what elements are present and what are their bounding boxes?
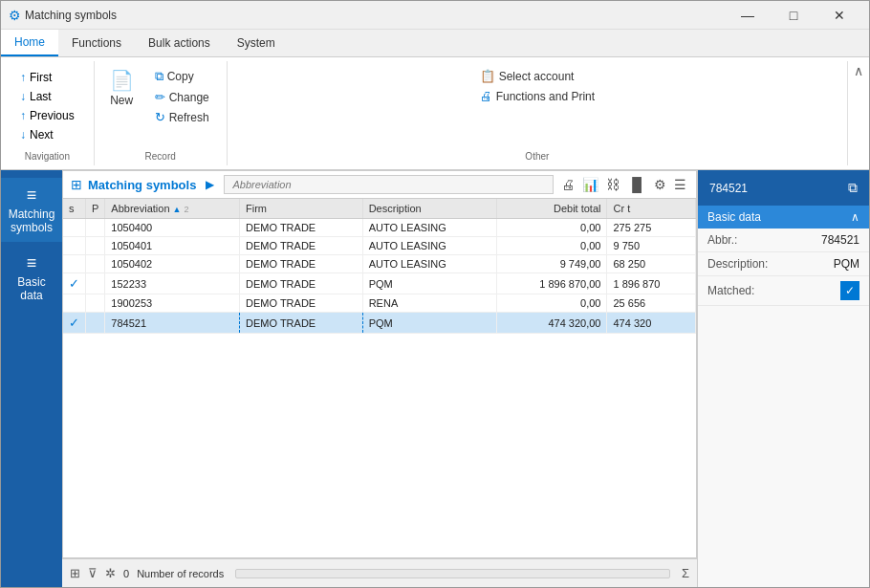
table-row-selected[interactable]: ✓ 784521 DEMO TRADE PQM 474 320,00 474 3… (63, 313, 696, 334)
col-header-abbreviation[interactable]: Abbreviation ▲ 2 (105, 199, 240, 219)
tab-bulk-actions[interactable]: Bulk actions (135, 30, 224, 56)
previous-button[interactable]: ↑ Previous (16, 107, 78, 124)
row-abbreviation: 1050400 (105, 219, 240, 237)
list-title-icon: ⊞ (71, 177, 82, 192)
new-label: New (110, 94, 133, 107)
row-description: AUTO LEASING (362, 237, 497, 255)
refresh-button[interactable]: ↻ Refresh (149, 108, 215, 126)
refresh-label: Refresh (169, 111, 209, 124)
row-cr: 1 896 870 (607, 273, 696, 294)
ribbon-group-other: 📋 Select account 🖨 Functions and Print O… (228, 61, 848, 165)
sum-icon[interactable]: Σ (682, 566, 689, 580)
records-label: Number of records (137, 568, 224, 579)
table-row[interactable]: 1050402 DEMO TRADE AUTO LEASING 9 749,00… (63, 255, 696, 273)
abbr-label: Abbr.: (707, 233, 737, 247)
chart-icon[interactable]: 📊 (580, 175, 600, 194)
print-icon[interactable]: 🖨 (559, 175, 576, 194)
row-firm: DEMO TRADE (240, 219, 363, 237)
table-row[interactable]: ✓ 152233 DEMO TRADE PQM 1 896 870,00 1 8… (63, 273, 696, 294)
description-label: Description: (707, 257, 768, 271)
row-abbreviation: 1050402 (105, 255, 240, 273)
right-panel-id: 784521 (709, 182, 748, 195)
menu-icon[interactable]: ☰ (672, 175, 688, 194)
row-check-s (63, 255, 86, 273)
sidebar: ≡ Matching symbols ≡ Basic data (1, 170, 62, 587)
table-row[interactable]: 1900253 DEMO TRADE RENA 0,00 25 656 (63, 294, 696, 313)
tab-functions[interactable]: Functions (58, 30, 135, 56)
col-header-debit[interactable]: Debit total (497, 199, 607, 219)
sidebar-matching-label: Matching symbols (5, 207, 58, 234)
table-row[interactable]: 1050401 DEMO TRADE AUTO LEASING 0,00 9 7… (63, 237, 696, 255)
right-panel-header: 784521 ⧉ (698, 170, 869, 206)
app-icon: ⚙ (9, 8, 21, 23)
functions-print-icon: 🖨 (480, 89, 492, 103)
copy-button[interactable]: ⧉ Copy (149, 67, 215, 86)
search-input[interactable] (224, 175, 554, 194)
record-actions: ⧉ Copy ✏ Change ↻ Refresh (145, 65, 219, 128)
filter-icon[interactable]: ⊽ (88, 566, 98, 580)
select-account-button[interactable]: 📋 Select account (474, 67, 600, 85)
col-header-firm[interactable]: Firm (240, 199, 363, 219)
row-debit: 474 320,00 (497, 313, 607, 334)
col-header-s[interactable]: s (63, 199, 86, 219)
next-button[interactable]: ↓ Next (16, 126, 78, 143)
change-icon: ✏ (155, 90, 165, 104)
row-abbreviation: 152233 (105, 273, 240, 294)
functions-print-label: Functions and Print (496, 90, 595, 103)
table-row[interactable]: 1050400 DEMO TRADE AUTO LEASING 0,00 275… (63, 219, 696, 237)
last-button[interactable]: ↓ Last (16, 88, 78, 105)
copy-icon: ⧉ (155, 69, 163, 84)
data-table-container: s P Abbreviation ▲ 2 Firm Description De… (62, 198, 697, 558)
select-account-label: Select account (499, 70, 575, 83)
tab-system[interactable]: System (224, 30, 289, 56)
ribbon-collapse-button[interactable]: ∧ (848, 61, 869, 80)
external-link-icon[interactable]: ⧉ (848, 180, 858, 196)
change-button[interactable]: ✏ Change (149, 88, 215, 106)
row-firm: DEMO TRADE (240, 294, 363, 313)
row-check-s (63, 219, 86, 237)
ribbon-tabs: Home Functions Bulk actions System (1, 30, 869, 57)
col-header-cr[interactable]: Cr t (607, 199, 696, 219)
collapse-basic-icon[interactable]: ∧ (851, 210, 859, 224)
horizontal-scrollbar[interactable] (235, 569, 670, 578)
ribbon-group-record: 📄 New ⧉ Copy ✏ Change ↻ (95, 61, 228, 165)
settings-icon[interactable]: ⚙ (652, 175, 668, 194)
row-firm: DEMO TRADE (240, 313, 363, 334)
tools-icon[interactable]: ✲ (105, 566, 116, 580)
sidebar-item-matching-symbols[interactable]: ≡ Matching symbols (1, 178, 62, 242)
list-toolbar-icons: 🖨 📊 ⛓ ▐▌ ⚙ ☰ (559, 175, 688, 194)
close-button[interactable]: ✕ (817, 1, 861, 30)
tab-home[interactable]: Home (1, 30, 58, 56)
row-description: AUTO LEASING (362, 255, 497, 273)
minimize-button[interactable]: — (726, 1, 770, 30)
maximize-button[interactable]: □ (772, 1, 816, 30)
status-bar: ⊞ ⊽ ✲ 0 Number of records Σ (62, 558, 697, 587)
row-p (86, 273, 105, 294)
row-cr: 9 750 (607, 237, 696, 255)
other-group-label: Other (525, 151, 549, 162)
row-description: PQM (362, 273, 497, 294)
next-arrow-icon: ↓ (20, 128, 26, 142)
copy-label: Copy (167, 70, 194, 83)
new-button[interactable]: 📄 New (102, 65, 141, 111)
row-p (86, 255, 105, 273)
first-button[interactable]: ↑ First (16, 69, 78, 86)
matched-checkbox[interactable]: ✓ (840, 281, 859, 300)
right-panel: 784521 ⧉ Basic data ∧ Abbr.: 784521 Desc… (697, 170, 869, 587)
matched-label: Matched: (707, 284, 754, 297)
functions-print-button[interactable]: 🖨 Functions and Print (474, 87, 600, 105)
barcode-icon[interactable]: ▐▌ (625, 175, 648, 194)
select-account-icon: 📋 (480, 69, 495, 83)
col-header-description[interactable]: Description (362, 199, 497, 219)
link-icon[interactable]: ⛓ (604, 175, 621, 194)
table-view-icon[interactable]: ⊞ (70, 566, 80, 580)
row-debit: 0,00 (497, 219, 607, 237)
data-table: s P Abbreviation ▲ 2 Firm Description De… (63, 199, 696, 334)
col-header-p[interactable]: P (86, 199, 105, 219)
nav-buttons: ↑ First ↓ Last ↑ Previous ↓ (9, 65, 86, 147)
last-label: Last (30, 90, 52, 103)
sidebar-item-basic-data[interactable]: ≡ Basic data (1, 246, 62, 310)
record-items: 📄 New ⧉ Copy ✏ Change ↻ (102, 65, 219, 147)
abbr-field: Abbr.: 784521 (698, 229, 869, 252)
right-spacer (698, 306, 869, 587)
